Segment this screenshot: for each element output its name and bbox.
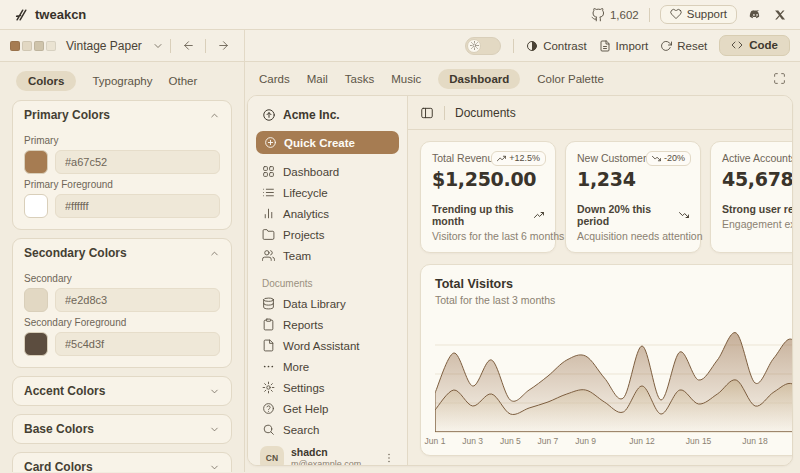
chevron-up-icon: [209, 110, 220, 121]
tab-other[interactable]: Other: [169, 75, 198, 87]
card-colors-header[interactable]: Card Colors: [13, 453, 231, 472]
visitors-area-chart[interactable]: [435, 316, 792, 432]
file-icon: [262, 339, 275, 352]
primary-colors-header[interactable]: Primary Colors: [13, 101, 231, 129]
tab-mail[interactable]: Mail: [307, 73, 328, 85]
github-stars[interactable]: 1,602: [591, 8, 639, 22]
tab-typography[interactable]: Typography: [92, 75, 152, 87]
tweakcn-logo-icon: [14, 8, 28, 22]
color-input-secondary[interactable]: [55, 288, 220, 312]
theme-next-button[interactable]: [212, 35, 234, 57]
quick-create-button[interactable]: Quick Create: [256, 131, 399, 154]
contrast-label: Contrast: [543, 40, 586, 52]
folder-icon: [262, 228, 275, 241]
trending-down-icon: [652, 154, 661, 163]
users-icon: [262, 249, 275, 262]
sidebar-item-label: Projects: [283, 229, 325, 241]
sidebar-item-dashboard[interactable]: Dashboard: [256, 161, 399, 182]
sidebar-item-projects[interactable]: Projects: [256, 224, 399, 245]
sidebar-item-label: Search: [283, 424, 319, 436]
grid-icon: [262, 165, 275, 178]
accent-colors-header[interactable]: Accent Colors: [13, 377, 231, 405]
preview-panel: Acme Inc. Quick Create Dashboard Lifecyc…: [247, 95, 793, 466]
theme-swatch: [46, 41, 56, 51]
axis-tick: Jun 15: [686, 436, 712, 446]
sidebar-item-team[interactable]: Team: [256, 245, 399, 266]
more-horizontal-icon: [262, 360, 275, 373]
stats-grid: Total Revenue +12.5% $1,250.00 Trending …: [420, 141, 792, 253]
import-label: Import: [616, 40, 649, 52]
fullscreen-icon[interactable]: [773, 72, 786, 85]
sidebar-item-label: Analytics: [283, 208, 329, 220]
sidebar-item-more[interactable]: More: [256, 356, 399, 377]
reset-button[interactable]: Reset: [660, 40, 707, 52]
reset-label: Reset: [677, 40, 707, 52]
import-button[interactable]: Import: [599, 40, 649, 52]
brand-name: tweakcn: [35, 7, 86, 22]
org-switcher[interactable]: Acme Inc.: [256, 105, 399, 131]
color-swatch-secondary-foreground[interactable]: [24, 332, 48, 356]
trending-up-icon: [497, 154, 506, 163]
support-label: Support: [687, 8, 727, 20]
discord-icon[interactable]: [747, 8, 764, 22]
sidebar-item-search[interactable]: Search: [256, 419, 399, 440]
stat-footer-secondary: Acquisition needs attention: [577, 230, 689, 242]
color-swatch-primary[interactable]: [24, 150, 48, 174]
trending-up-icon: [534, 210, 544, 220]
color-input-primary-foreground[interactable]: [55, 194, 220, 218]
sidebar-item-reports[interactable]: Reports: [256, 314, 399, 335]
total-visitors-card: Total Visitors Total for the last 3 mont…: [420, 264, 792, 456]
color-swatch-secondary[interactable]: [24, 288, 48, 312]
theme-prev-button[interactable]: [177, 35, 199, 57]
base-colors-header[interactable]: Base Colors: [13, 415, 231, 443]
sidebar-item-data-library[interactable]: Data Library: [256, 293, 399, 314]
tab-music[interactable]: Music: [391, 73, 421, 85]
axis-tick: Jun 9: [575, 436, 596, 446]
code-button[interactable]: Code: [719, 35, 790, 56]
theme-selector[interactable]: Vintage Paper: [0, 30, 245, 61]
brand[interactable]: tweakcn: [14, 7, 86, 22]
color-swatch-primary-foreground[interactable]: [24, 194, 48, 218]
section-title: Accent Colors: [24, 384, 105, 398]
user-menu[interactable]: CN shadcn m@example.com: [256, 440, 399, 466]
divider: [170, 39, 171, 53]
field-label: Primary: [24, 135, 220, 146]
theme-swatch: [10, 41, 20, 51]
org-name: Acme Inc.: [283, 108, 340, 122]
chevron-down-icon: [209, 462, 220, 473]
tab-colors[interactable]: Colors: [16, 71, 76, 91]
contrast-button[interactable]: Contrast: [526, 40, 586, 52]
dashboard-sidebar: Acme Inc. Quick Create Dashboard Lifecyc…: [248, 96, 408, 465]
axis-tick: Jun 12: [629, 436, 655, 446]
sidebar-item-label: Word Assistant: [283, 340, 360, 352]
sidebar-item-label: Reports: [283, 319, 323, 331]
badge-value: +12.5%: [509, 153, 540, 163]
sun-icon: [470, 41, 479, 50]
color-input-primary[interactable]: [55, 150, 220, 174]
stat-footer-secondary: Visitors for the last 6 months: [432, 230, 544, 242]
sidebar-item-lifecycle[interactable]: Lifecycle: [256, 182, 399, 203]
search-icon: [262, 423, 275, 436]
sidebar-item-label: Settings: [283, 382, 325, 394]
tab-dashboard[interactable]: Dashboard: [438, 69, 520, 89]
x-logo-icon[interactable]: [774, 9, 786, 21]
color-input-secondary-foreground[interactable]: [55, 332, 220, 356]
secondary-colors-header[interactable]: Secondary Colors: [13, 239, 231, 267]
user-email: m@example.com: [291, 459, 361, 466]
heart-icon: [670, 8, 682, 20]
chevron-down-icon[interactable]: [152, 40, 164, 52]
tab-cards[interactable]: Cards: [259, 73, 290, 85]
more-vertical-icon[interactable]: [383, 452, 395, 464]
user-name: shadcn: [291, 446, 361, 459]
panel-left-icon[interactable]: [420, 106, 434, 120]
theme-mode-toggle[interactable]: [465, 37, 501, 55]
chart-subtitle: Total for the last 3 months: [435, 294, 792, 306]
tab-tasks[interactable]: Tasks: [345, 73, 374, 85]
sidebar-item-settings[interactable]: Settings: [256, 377, 399, 398]
sidebar-item-get-help[interactable]: Get Help: [256, 398, 399, 419]
support-button[interactable]: Support: [660, 5, 737, 24]
tab-color-palette[interactable]: Color Palette: [537, 73, 603, 85]
star-count: 1,602: [610, 9, 639, 21]
sidebar-item-word-assistant[interactable]: Word Assistant: [256, 335, 399, 356]
sidebar-item-analytics[interactable]: Analytics: [256, 203, 399, 224]
